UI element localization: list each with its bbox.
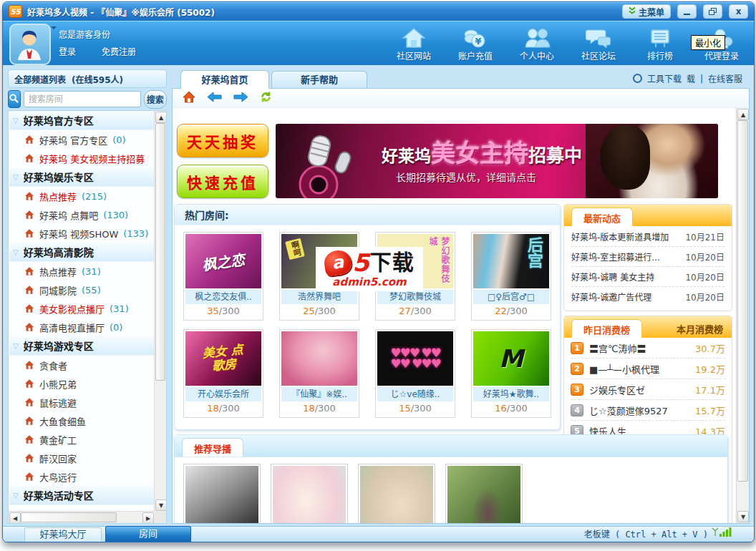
collapse-triangle-icon[interactable]: ▽ <box>13 117 19 125</box>
room-name[interactable]: じ☆ve随缘.. <box>377 387 453 401</box>
nav-community-forum[interactable]: 社区论坛 <box>576 24 621 62</box>
room-thumbnail[interactable]: M <box>473 331 549 386</box>
nav-community-site[interactable]: 社区网站 <box>392 24 436 62</box>
room-name[interactable]: 『仙聚』※娱.. <box>281 387 357 401</box>
room-name[interactable]: 枫之恋交友俱.. <box>185 290 261 304</box>
room-name[interactable]: 好莱坞★歌舞.. <box>473 387 549 401</box>
news-item[interactable]: 好莱坞-版本更新道具增加10月21日 <box>571 227 724 247</box>
anchor-photo[interactable] <box>183 464 261 523</box>
channel-item[interactable]: 高清电视直播厅(0) <box>9 318 154 336</box>
scroll-up-icon[interactable]: ▲ <box>737 109 749 120</box>
nav-home-icon[interactable] <box>183 91 195 105</box>
scroll-left-icon[interactable]: ◀ <box>9 512 21 524</box>
radio-icon[interactable] <box>633 74 642 83</box>
main-menu-button[interactable]: 主菜单 <box>622 4 671 19</box>
room-card[interactable]: 枫之恋 枫之恋交友俱.. 35/300 <box>183 232 263 321</box>
news-item[interactable]: 好莱坞-诚聘 美女主持10月20日 <box>571 267 724 287</box>
channel-item[interactable]: 小熊兄弟 <box>9 374 154 393</box>
tab-yesterday-ranking[interactable]: 昨日消费榜 <box>571 319 642 338</box>
news-item[interactable]: 好莱坞-室主招募进行...10月20日 <box>571 247 724 267</box>
nav-personal-center[interactable]: 个人中心 <box>515 24 559 62</box>
collapse-triangle-icon[interactable]: ▽ <box>13 342 19 350</box>
anchor-photo[interactable] <box>358 464 435 523</box>
sidebar-vertical-scrollbar[interactable]: ▲ ▼ <box>154 111 166 512</box>
scrollbar-thumb[interactable] <box>21 512 117 522</box>
scroll-up-icon[interactable]: ▲ <box>155 112 167 123</box>
anchor-photo[interactable] <box>271 464 348 523</box>
register-link[interactable]: 免费注册 <box>102 45 136 57</box>
daily-lottery-button[interactable]: 天天抽奖 <box>177 124 268 157</box>
room-card[interactable]: 美女 点歌房 开心娱乐会所 18/300 <box>183 329 263 418</box>
channel-item[interactable]: 热点推荐(31) <box>9 262 154 281</box>
news-title-tab[interactable]: 最新动态 <box>571 208 633 226</box>
content-vertical-scrollbar[interactable]: ▲ ▼ <box>736 108 749 523</box>
tab-month-ranking[interactable]: 本月消费榜 <box>677 322 723 336</box>
channel-item[interactable]: 同城影院(55) <box>9 281 154 299</box>
room-card[interactable]: M 好莱坞★歌舞.. 16/300 <box>471 329 551 418</box>
tab-hollywood-lobby[interactable]: 好莱坞大厅 <box>24 527 102 542</box>
collapse-triangle-icon[interactable]: ▽ <box>13 492 19 499</box>
channel-item[interactable]: 好莱坞 美女视频主持招募 <box>9 149 154 167</box>
restore-button[interactable] <box>703 4 722 19</box>
sidebar-horizontal-scrollbar[interactable]: ◀ ▶ <box>9 511 155 523</box>
scroll-down-icon[interactable]: ▼ <box>737 511 749 522</box>
nav-back-icon[interactable] <box>207 92 222 104</box>
channel-group[interactable]: ▽好莱坞高清影院 <box>9 243 154 262</box>
channel-item[interactable]: 鼠标逃避 <box>9 393 154 411</box>
ranking-item[interactable]: 3ジ娱乐专区ゼ17.1万 <box>571 379 725 400</box>
scrollbar-thumb[interactable] <box>737 120 748 482</box>
close-button[interactable]: x <box>729 4 748 19</box>
news-item[interactable]: 好莱坞-诚邀广告代理10月20日 <box>571 287 724 306</box>
online-service-link[interactable]: 在线客服 <box>708 72 742 84</box>
channel-group[interactable]: ▽好莱坞游戏专区 <box>9 336 154 356</box>
room-card[interactable]: 后宫 □♀后宫♂□ 22/300 <box>471 232 551 321</box>
room-name[interactable]: 开心娱乐会所 <box>185 387 261 401</box>
tool-download-link[interactable]: 工具下载 <box>647 72 682 84</box>
search-button[interactable]: 搜索 <box>144 90 167 109</box>
room-name[interactable]: 梦幻歌舞伎城 <box>377 290 453 304</box>
search-icon-button[interactable] <box>8 90 21 108</box>
channel-item[interactable]: 醉汉回家 <box>9 449 154 467</box>
search-input[interactable] <box>24 91 141 107</box>
room-thumbnail[interactable] <box>281 331 357 386</box>
nav-forward-icon[interactable] <box>233 92 248 104</box>
recommend-title-tab[interactable]: 推荐导播 <box>182 438 243 457</box>
channel-group[interactable]: ▽好莱坞娱乐专区 <box>9 167 154 187</box>
tab-home[interactable]: 好莱坞首页 <box>180 70 269 89</box>
nav-account-recharge[interactable]: ¥ 账户充值 <box>453 24 498 62</box>
channel-item[interactable]: 好莱坞 点舞吧(130) <box>9 205 154 224</box>
room-card[interactable]: 『仙聚』※娱.. 18/300 <box>279 329 359 418</box>
title-bar[interactable]: 55 好莱坞多人视频 - 『仙聚』※娱乐会所 (55002) 主菜单 x <box>3 2 754 21</box>
room-name[interactable]: □♀后宫♂□ <box>473 290 549 304</box>
tab-newbie-help[interactable]: 新手帮助 <box>271 71 367 88</box>
avatar[interactable] <box>9 24 51 65</box>
minimize-button[interactable] <box>677 4 697 19</box>
collapse-triangle-icon[interactable]: ▽ <box>13 248 19 256</box>
channel-group[interactable]: ▽好莱坞官方专区 <box>9 111 154 130</box>
ranking-item[interactable]: 2■—┴—小枫代理19.2万 <box>571 359 725 379</box>
room-thumbnail[interactable]: 后宫 <box>473 234 549 288</box>
recruit-banner[interactable]: 好莱坞美女主持招募中 长期招募待遇从优，详细请点击 <box>276 124 718 198</box>
quick-recharge-button[interactable]: 快速充值 <box>177 165 268 198</box>
ranking-item[interactable]: 1〓宫℃涛帅〓30.7万 <box>571 338 725 359</box>
room-name[interactable]: 浩然界舞吧 <box>281 290 357 304</box>
login-link[interactable]: 登录 <box>59 45 76 57</box>
room-thumbnail[interactable]: 美女 点歌房 <box>185 331 261 386</box>
channel-item[interactable]: 热点推荐(215) <box>9 187 154 205</box>
nav-refresh-icon[interactable] <box>260 91 272 105</box>
channel-item[interactable]: 大鱼食细鱼 <box>9 411 154 430</box>
room-thumbnail[interactable]: ♥♥♥ ♥♥♥♥ ♥♥♥ <box>377 331 453 386</box>
channel-item[interactable]: 大鸟远行 <box>9 467 154 486</box>
channel-item[interactable]: 黄金矿工 <box>9 430 154 449</box>
room-card[interactable]: ♥♥♥ ♥♥♥♥ ♥♥♥ じ☆ve随缘.. 15/300 <box>375 329 455 418</box>
tab-room[interactable]: 房间 <box>105 526 191 542</box>
collapse-triangle-icon[interactable]: ▽ <box>13 173 19 181</box>
channel-item[interactable]: 好莱坞 官方专区(0) <box>9 130 154 149</box>
scroll-down-icon[interactable]: ▼ <box>155 499 167 511</box>
room-thumbnail[interactable]: 枫之恋 <box>185 234 261 288</box>
avatar-dropdown-icon[interactable] <box>51 26 57 32</box>
channel-item[interactable]: 好莱坞 视频SHOW(133) <box>9 224 154 243</box>
channel-group[interactable]: ▽好莱坞活动专区 <box>9 486 154 505</box>
anchor-photo[interactable] <box>445 464 523 523</box>
nav-ranking-board[interactable]: 排行榜 <box>638 24 682 62</box>
